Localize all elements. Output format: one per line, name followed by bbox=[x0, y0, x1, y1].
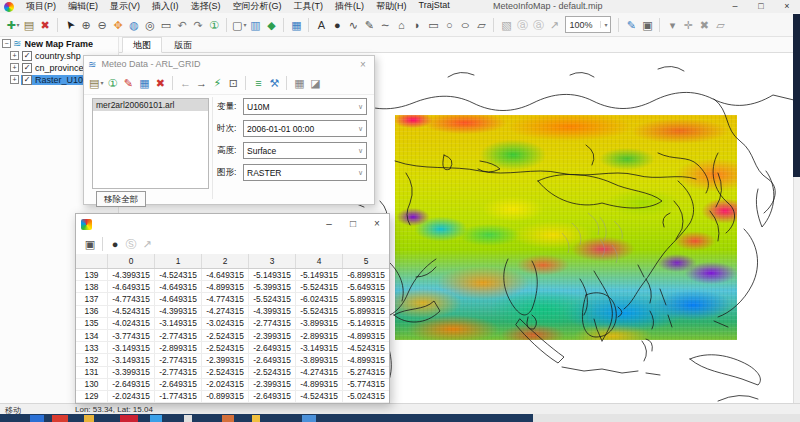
table-cell[interactable]: -3.024315 bbox=[202, 318, 249, 329]
table-cell[interactable]: -2.524315 bbox=[202, 367, 249, 378]
table-cell[interactable]: -5.774315 bbox=[343, 379, 389, 390]
row-header[interactable]: 131 bbox=[76, 367, 108, 378]
pan-tool-icon[interactable]: ✥ bbox=[111, 16, 125, 34]
table-cell[interactable]: -6.024315 bbox=[296, 293, 343, 304]
identify-tool-icon[interactable]: ① bbox=[207, 16, 221, 34]
row-header[interactable]: 135 bbox=[76, 318, 108, 329]
table-cell[interactable]: -2.649315 bbox=[249, 342, 296, 353]
edit-vertices-tool-icon[interactable]: ✎ bbox=[624, 16, 638, 34]
table-cell[interactable]: -2.524315 bbox=[202, 342, 249, 353]
level-select[interactable]: Surface∨ bbox=[243, 142, 367, 159]
table-cell[interactable]: -2.399315 bbox=[202, 354, 249, 365]
ellipse-tool-icon[interactable]: ○ bbox=[455, 16, 475, 34]
menubar-item[interactable]: 工具(T) bbox=[288, 0, 330, 13]
tab-map[interactable]: 地图 bbox=[122, 37, 162, 53]
save-table-button-icon[interactable]: ▣ bbox=[83, 235, 97, 253]
row-header[interactable]: 139 bbox=[76, 269, 108, 280]
remove-data-button-icon[interactable]: ✖ bbox=[153, 74, 167, 92]
zoom-out-tool-icon[interactable]: ⊖ bbox=[95, 16, 109, 34]
dialog-title-bar[interactable]: ≋ Meteo Data - ARL_GRID × bbox=[84, 56, 374, 72]
table-cell[interactable]: -3.149315 bbox=[296, 342, 343, 353]
table-cell[interactable]: -2.774315 bbox=[155, 354, 202, 365]
next-time-button-icon[interactable]: → bbox=[194, 74, 208, 92]
layer-checkbox[interactable]: ✓ bbox=[22, 51, 32, 61]
expand-icon[interactable]: + bbox=[10, 75, 19, 84]
table-cell[interactable]: -2.524315 bbox=[202, 330, 249, 341]
expand-icon[interactable]: + bbox=[10, 51, 19, 60]
polygon-select-tool-icon[interactable]: ▱ bbox=[713, 16, 727, 34]
data-info-button-icon[interactable]: ① bbox=[105, 74, 119, 92]
taskbar-app-icon[interactable] bbox=[52, 415, 68, 422]
column-header[interactable]: 3 bbox=[249, 254, 296, 268]
table-cell[interactable]: -2.649315 bbox=[108, 379, 155, 390]
table-close-button[interactable]: × bbox=[365, 214, 389, 234]
undo-button-icon[interactable]: ↶ bbox=[175, 16, 189, 34]
open-window-button-icon[interactable]: ↗ bbox=[547, 16, 561, 34]
row-header[interactable]: 130 bbox=[76, 379, 108, 390]
tab-layout[interactable]: 版面 bbox=[164, 38, 202, 52]
taskbar-left-section[interactable] bbox=[0, 414, 533, 422]
table-cell[interactable]: -4.024315 bbox=[108, 318, 155, 329]
minimize-button[interactable]: – bbox=[722, 0, 748, 13]
close-button[interactable]: × bbox=[774, 0, 800, 13]
lasso-tool-icon[interactable]: ▱ bbox=[474, 16, 488, 34]
step-forward-button-icon[interactable]: ⊡ bbox=[226, 74, 240, 92]
image-view-button-icon[interactable]: ▦ bbox=[292, 74, 306, 92]
table-cell[interactable]: -0.899315 bbox=[202, 391, 249, 402]
zoom-to-extent-tool-icon[interactable]: ◎ bbox=[143, 16, 157, 34]
export-map-button-icon[interactable]: ▧ bbox=[499, 16, 513, 34]
time-select[interactable]: 2006-01-01 00:00∨ bbox=[243, 120, 367, 137]
select-feature-tool-icon[interactable]: ▢▾ bbox=[232, 16, 246, 34]
table-cell[interactable]: -4.649315 bbox=[155, 293, 202, 304]
table-cell[interactable]: -5.149315 bbox=[249, 269, 296, 280]
taskbar-app-icon[interactable] bbox=[302, 415, 316, 422]
table-cell[interactable]: -2.774315 bbox=[155, 330, 202, 341]
menubar-item[interactable]: 项目(P) bbox=[20, 0, 62, 13]
table-cell[interactable]: -4.524315 bbox=[155, 269, 202, 280]
table-cell[interactable]: -3.149315 bbox=[155, 318, 202, 329]
table-cell[interactable]: -5.524315 bbox=[296, 306, 343, 317]
table-cell[interactable]: -2.649315 bbox=[155, 379, 202, 390]
legend-list-button-icon[interactable]: ≡ bbox=[251, 74, 265, 92]
table-cell[interactable]: -4.274315 bbox=[296, 367, 343, 378]
maximize-button[interactable]: □ bbox=[748, 0, 774, 13]
add-layer-button-icon[interactable]: ✚▾ bbox=[6, 16, 20, 34]
taskbar-app-icon[interactable] bbox=[252, 415, 260, 422]
column-header[interactable]: 2 bbox=[202, 254, 249, 268]
menubar-item[interactable]: 插入(I) bbox=[146, 0, 185, 13]
table-cell[interactable]: -4.399315 bbox=[249, 306, 296, 317]
taskbar-app-icon[interactable] bbox=[150, 415, 162, 422]
table-cell[interactable]: -3.899315 bbox=[296, 318, 343, 329]
menubar-item[interactable]: 插件(L) bbox=[329, 0, 370, 13]
table-cell[interactable]: -5.524315 bbox=[296, 281, 343, 292]
chart-button-icon[interactable]: ↗ bbox=[140, 235, 154, 253]
draw-settings-button-icon[interactable]: ⚒ bbox=[267, 74, 281, 92]
taskbar-app-icon[interactable] bbox=[222, 415, 234, 422]
table-cell[interactable]: -5.149315 bbox=[296, 269, 343, 280]
layer-checkbox[interactable]: ✓ bbox=[22, 63, 32, 73]
table-cell[interactable]: -5.274315 bbox=[343, 367, 389, 378]
delete-feature-button-icon[interactable]: ✖ bbox=[697, 16, 711, 34]
table-cell[interactable]: -1.774315 bbox=[155, 391, 202, 402]
table-cell[interactable]: -4.524315 bbox=[108, 306, 155, 317]
taskbar-app-icon[interactable] bbox=[84, 415, 94, 422]
table-cell[interactable]: -3.149315 bbox=[108, 354, 155, 365]
animator-button-icon[interactable]: ⓐ bbox=[515, 16, 529, 34]
full-extent-tool-icon[interactable]: ◍ bbox=[127, 16, 141, 34]
row-header[interactable]: 129 bbox=[76, 391, 108, 402]
table-cell[interactable]: -4.274315 bbox=[202, 306, 249, 317]
menubar-item[interactable]: 编辑(E) bbox=[62, 0, 104, 13]
zoom-level-combo[interactable]: 100%▾ bbox=[565, 16, 611, 33]
table-cell[interactable]: -4.899315 bbox=[343, 354, 389, 365]
animator-gif-button-icon[interactable]: ⓐ bbox=[531, 16, 545, 34]
menubar-item[interactable]: 显示(V) bbox=[104, 0, 146, 13]
dialog-close-button[interactable]: × bbox=[356, 59, 370, 70]
map-image-button-icon[interactable]: ▦ bbox=[289, 16, 303, 34]
table-cell[interactable]: -3.399315 bbox=[108, 367, 155, 378]
table-cell[interactable]: -4.524315 bbox=[296, 391, 343, 402]
data-file-item[interactable]: mer2arl20060101.arl bbox=[93, 99, 208, 111]
draw-data-button-icon[interactable]: ✎ bbox=[121, 74, 135, 92]
table-minimize-button[interactable]: – bbox=[317, 214, 341, 234]
data-file-list[interactable]: mer2arl20060101.arl bbox=[92, 98, 209, 189]
taskbar-app-icon[interactable] bbox=[120, 415, 138, 422]
